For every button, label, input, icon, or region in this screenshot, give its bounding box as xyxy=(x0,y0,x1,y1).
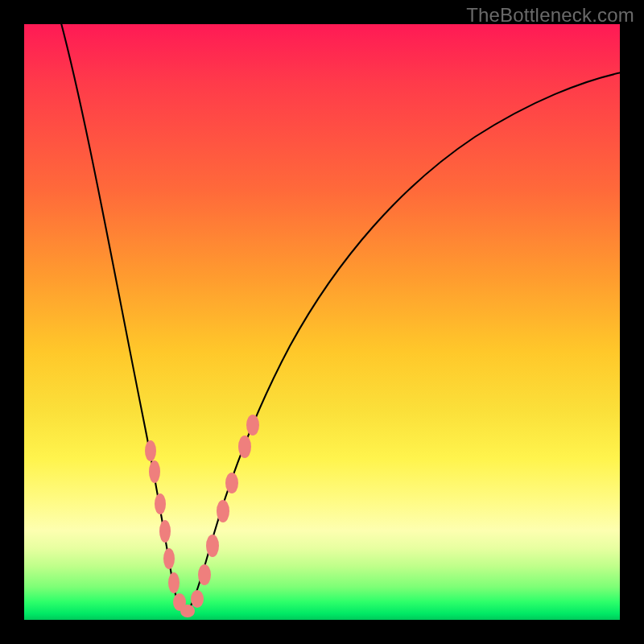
plot-area xyxy=(24,24,620,620)
bead xyxy=(198,564,211,585)
bead xyxy=(180,605,195,617)
bead xyxy=(191,590,204,608)
bead xyxy=(168,572,180,593)
bottleneck-curve xyxy=(60,20,621,613)
bead xyxy=(238,436,251,458)
bead xyxy=(155,493,166,514)
bead xyxy=(206,535,219,557)
bead xyxy=(163,548,175,569)
bead xyxy=(145,440,156,461)
chart-frame: TheBottleneck.com xyxy=(0,0,644,644)
bead xyxy=(149,460,160,483)
curve-layer xyxy=(24,24,620,620)
bead xyxy=(217,500,229,522)
watermark-text: TheBottleneck.com xyxy=(466,4,634,27)
bead xyxy=(159,520,171,543)
bead xyxy=(225,473,238,493)
bead xyxy=(246,415,259,436)
